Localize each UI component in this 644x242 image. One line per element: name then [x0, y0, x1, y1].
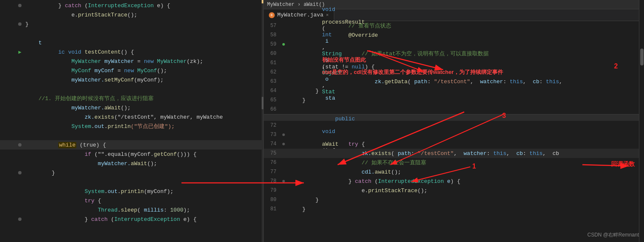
code-span: ("节点已创建"); — [131, 123, 175, 130]
code-span: cb — [533, 79, 539, 85]
code-span: this — [510, 79, 523, 85]
code-span: path — [414, 79, 427, 85]
editor-container: } catch (InterruptedException e) { e.pri… — [0, 0, 644, 242]
code-line: 79 e.printStackTrace(); — [264, 186, 644, 195]
left-scroll-thumb[interactable] — [262, 97, 263, 109]
code-text: } catch (InterruptedException e) { — [24, 210, 263, 229]
code-span — [322, 13, 325, 19]
code-span — [322, 122, 325, 128]
code-span: this — [546, 79, 559, 85]
line-number: 64 — [264, 88, 280, 94]
run-arrow-icon: ▶ — [18, 49, 21, 55]
code-span: void — [322, 128, 335, 135]
line-number: 66 — [264, 106, 280, 112]
code-text: } — [287, 206, 644, 212]
code-span: InterruptedException — [114, 216, 180, 223]
right-scroll-thumb[interactable] — [640, 49, 644, 65]
line-number: 63 — [264, 79, 280, 84]
line-number: 80 — [264, 197, 280, 203]
code-span: , — [523, 79, 533, 85]
annotation-number-1: 1 — [472, 163, 476, 170]
line-number: 65 — [264, 97, 280, 103]
code-span: , — [559, 79, 563, 85]
gutter: ▶ — [16, 49, 24, 55]
code-line: e.printStackTrace(); — [0, 10, 263, 19]
code-span: println — [108, 123, 131, 130]
gutter — [16, 22, 24, 26]
code-span: . — [91, 123, 95, 130]
left-panel: } catch (InterruptedException e) { e.pri… — [0, 0, 264, 242]
left-scrollbar[interactable] — [262, 0, 263, 242]
code-line: 81 } — [264, 204, 644, 214]
line-number: 76 — [264, 160, 280, 166]
code-span: out — [95, 123, 104, 130]
line-number: 74 — [264, 141, 280, 147]
code-line: myWatcher.setMyConf(myConf); — [0, 75, 263, 84]
code-line: 63 zk.getData( path: "/testCont", watche… — [264, 77, 644, 86]
code-line — [0, 29, 263, 38]
line-number: 62 — [264, 69, 280, 75]
code-span: public — [322, 116, 355, 122]
fold-dot — [282, 180, 285, 182]
line-number: 60 — [264, 51, 280, 57]
csdn-watermark: CSDN @右畔Remnant — [587, 231, 639, 239]
line-number: 61 — [264, 60, 280, 66]
code-line: 80 } — [264, 195, 644, 204]
code-line: } — [0, 168, 263, 177]
code-span: aWait — [131, 160, 147, 167]
code-line: 64 } — [264, 86, 644, 95]
line-number: 58 — [264, 32, 280, 38]
code-line: } catch (InterruptedException e) { — [0, 215, 263, 224]
scrollbar-marker — [262, 0, 263, 3]
line-number: 59 — [264, 41, 280, 47]
fold-dot — [282, 143, 285, 145]
left-code-area: } catch (InterruptedException e) { e.pri… — [0, 1, 263, 242]
code-text: } — [24, 170, 263, 176]
code-span: catch — [91, 216, 108, 223]
line-number: 79 — [264, 188, 280, 193]
code-span: } — [25, 21, 29, 27]
right-scrollbar[interactable] — [639, 0, 644, 242]
code-span — [58, 123, 71, 130]
line-number: 78 — [264, 178, 280, 184]
gutter — [280, 43, 287, 46]
code-span: } — [289, 88, 319, 94]
code-span: : — [428, 79, 434, 85]
gutter — [16, 171, 24, 174]
fold-icon — [18, 218, 22, 221]
gutter — [280, 133, 287, 136]
fold-icon — [18, 22, 22, 26]
code-span: void — [322, 6, 335, 13]
code-span: System — [71, 123, 91, 130]
code-span: myWatcher. — [58, 160, 131, 167]
code-span: } — [25, 170, 55, 176]
code-span: } — [289, 197, 319, 203]
code-span: "/testCont" — [434, 79, 470, 85]
annotation-number-3: 3 — [502, 112, 506, 120]
code-span: getData — [384, 79, 408, 85]
code-span: myWatcher. — [58, 77, 104, 83]
code-span: int — [322, 32, 332, 38]
code-text: } — [287, 97, 644, 103]
code-span: ( — [408, 79, 414, 85]
code-span: } — [289, 97, 306, 103]
line-number: 73 — [264, 132, 280, 138]
code-span: setMyConf — [104, 77, 134, 83]
code-text: } — [287, 197, 644, 203]
gutter — [280, 180, 287, 182]
fold-dot — [282, 133, 285, 136]
fold-icon — [18, 171, 22, 174]
gutter — [16, 143, 24, 147]
code-text: } — [24, 21, 263, 27]
code-span: (myConf); — [134, 77, 163, 83]
line-number: 77 — [264, 169, 280, 175]
code-span: zk. — [322, 79, 384, 85]
code-span: printStackTrace — [78, 12, 127, 18]
code-span: (); — [147, 160, 157, 167]
code-line: } — [0, 19, 263, 29]
code-span: processResult — [322, 19, 365, 25]
code-span: : — [539, 79, 546, 85]
code-span: e) { — [180, 216, 197, 223]
gutter — [280, 143, 287, 145]
annotation-number-2: 2 — [614, 63, 618, 70]
